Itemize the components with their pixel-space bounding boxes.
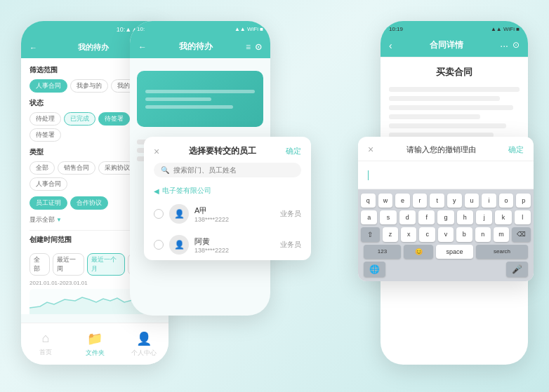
key-k[interactable]: k [495, 210, 511, 224]
date-opt1[interactable]: 全部 [29, 253, 50, 276]
key-y[interactable]: y [447, 194, 462, 208]
key-space[interactable]: space [436, 245, 473, 259]
nav-profile[interactable]: 👤 个人中心 [119, 323, 168, 365]
key-f[interactable]: f [418, 210, 435, 224]
cancel-confirm-btn[interactable]: 确定 [508, 144, 524, 155]
key-globe[interactable]: 🌐 [364, 262, 385, 277]
mid-status-bar: 10: ▲▲ WiFi ■ [130, 21, 270, 36]
nav-folder[interactable]: 📁 文件夹 [70, 323, 119, 365]
employee-modal-confirm[interactable]: 确定 [286, 146, 301, 156]
right-page-title: 合同详情 [430, 39, 463, 51]
key-search[interactable]: search [476, 245, 528, 259]
teal-block [137, 71, 263, 127]
employee-phone-1: 138****2222 [194, 216, 274, 223]
back-icon[interactable]: ‹ [389, 40, 392, 51]
type-partner[interactable]: 合作协议 [70, 196, 108, 210]
company-label: ◀ 电子签有限公司 [144, 183, 311, 198]
cancel-title: 请输入您的撤销理由 [406, 144, 476, 155]
employee-item-2[interactable]: 👤 阿黄 138****2222 业务员 [144, 229, 311, 260]
key-i[interactable]: i [482, 194, 496, 208]
date-opt3[interactable]: 最近一个月 [87, 253, 125, 276]
user-icon: 👤 [136, 331, 152, 346]
employee-avatar-1: 👤 [169, 204, 189, 224]
employee-avatar-2: 👤 [169, 235, 189, 255]
play-icon[interactable]: ⊙ [512, 40, 520, 51]
key-emoji[interactable]: 😊 [404, 245, 433, 259]
scope-tab1[interactable]: 人事合同 [29, 79, 67, 93]
key-e[interactable]: e [395, 194, 410, 208]
text-cursor [368, 170, 369, 180]
cancel-header: × 请输入您的撤销理由 确定 [358, 137, 534, 161]
key-p[interactable]: p [516, 194, 531, 208]
key-d[interactable]: d [399, 210, 416, 224]
employee-radio-2[interactable] [154, 240, 164, 250]
virtual-keyboard: q w e r t y u i o p a s d f g h j k l ⇧ … [358, 189, 534, 281]
key-j[interactable]: j [476, 210, 492, 224]
contract-main-title: 买卖合同 [389, 66, 520, 79]
key-l[interactable]: l [515, 210, 531, 224]
employee-name-1: A甲 [194, 205, 274, 216]
key-h[interactable]: h [457, 210, 473, 224]
key-m[interactable]: m [494, 227, 509, 242]
key-b[interactable]: b [456, 227, 472, 242]
employee-search-input[interactable] [173, 166, 294, 174]
key-backspace[interactable]: ⌫ [512, 227, 531, 242]
status-tag1[interactable]: 待处理 [29, 112, 61, 126]
nav-home[interactable]: ⌂ 首页 [21, 323, 70, 365]
mid-top-bar: ← 我的待办 ≡ ⊙ [130, 36, 270, 58]
kb-row-2: a s d f g h j k l [361, 210, 531, 224]
employee-radio-1[interactable] [154, 209, 164, 219]
right-status-bar: 10:19 ▲▲ WiFi ■ [381, 21, 528, 36]
kb-row-4: 123 😊 space search [361, 245, 531, 259]
type-hr[interactable]: 人事合同 [29, 177, 67, 191]
key-numeric[interactable]: 123 [364, 245, 401, 259]
right-top-bar: ‹ 合同详情 ··· ⊙ [381, 36, 528, 58]
key-a[interactable]: a [361, 210, 377, 224]
status-tag3[interactable]: 待签署 [98, 112, 130, 126]
scope-tab2[interactable]: 我参与的 [70, 79, 108, 93]
bottom-nav: ⌂ 首页 📁 文件夹 👤 个人中心 [21, 323, 168, 365]
employee-modal-header: × 选择要转交的员工 确定 [144, 137, 311, 163]
employee-name-2: 阿黄 [194, 236, 274, 247]
search-icon: 🔍 [161, 166, 169, 174]
key-v[interactable]: v [438, 227, 454, 242]
key-u[interactable]: u [465, 194, 479, 208]
key-q[interactable]: q [361, 194, 376, 208]
status-tag4[interactable]: 待签署 [29, 128, 61, 142]
folder-icon: 📁 [87, 331, 102, 346]
employee-modal-close[interactable]: × [154, 146, 159, 157]
employee-role-1: 业务员 [280, 209, 301, 219]
key-s[interactable]: s [380, 210, 396, 224]
home-icon: ⌂ [42, 331, 50, 346]
key-x[interactable]: x [401, 227, 416, 242]
key-z[interactable]: z [383, 227, 398, 242]
employee-search[interactable]: 🔍 [154, 163, 301, 177]
key-w[interactable]: w [378, 194, 393, 208]
type-sales[interactable]: 销售合同 [58, 161, 95, 175]
employee-modal: × 选择要转交的员工 确定 🔍 ◀ 电子签有限公司 👤 A甲 138****22… [144, 137, 311, 260]
key-n[interactable]: n [475, 227, 491, 242]
kb-row-1: q w e r t y u i o p [361, 194, 531, 208]
type-all[interactable]: 全部 [29, 161, 55, 175]
more-icon[interactable]: ··· [500, 40, 508, 51]
employee-modal-title: 选择要转交的员工 [189, 145, 256, 157]
key-t[interactable]: t [430, 194, 444, 208]
employee-phone-2: 138****2222 [194, 247, 274, 254]
status-tag2[interactable]: 已完成 [64, 112, 95, 126]
cancel-close-icon[interactable]: × [368, 144, 373, 155]
key-o[interactable]: o [499, 194, 514, 208]
employee-role-2: 业务员 [280, 240, 301, 250]
key-r[interactable]: r [413, 194, 428, 208]
cancel-input-area[interactable] [358, 161, 534, 189]
date-opt2[interactable]: 最近一周 [53, 253, 85, 276]
key-mic[interactable]: 🎤 [506, 262, 528, 277]
cancel-reason-modal: × 请输入您的撤销理由 确定 q w e r t y u i o p a s d… [358, 137, 534, 281]
kb-mic-row: 🌐 🎤 [361, 259, 531, 278]
key-shift[interactable]: ⇧ [361, 227, 380, 242]
key-c[interactable]: c [419, 227, 435, 242]
type-cert[interactable]: 员工证明 [29, 196, 67, 210]
key-g[interactable]: g [437, 210, 454, 224]
kb-row-3: ⇧ z x c v b n m ⌫ [361, 227, 531, 242]
employee-item-1[interactable]: 👤 A甲 138****2222 业务员 [144, 198, 311, 229]
